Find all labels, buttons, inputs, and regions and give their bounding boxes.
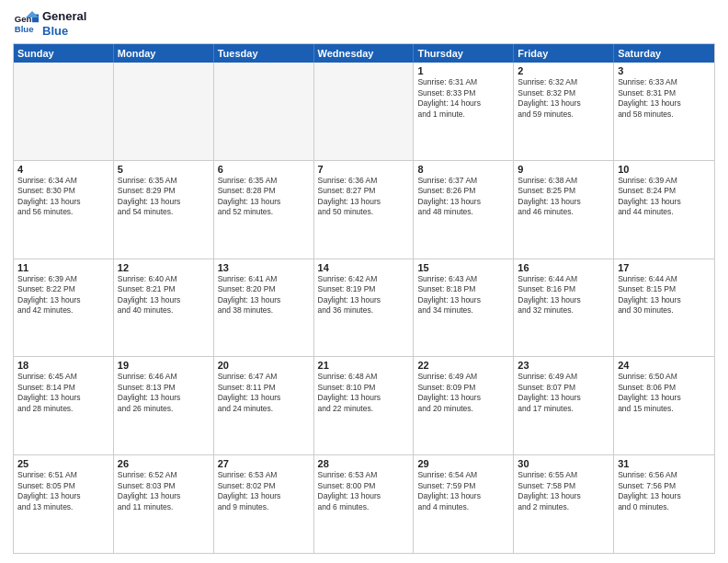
cal-cell: 22Sunrise: 6:49 AMSunset: 8:09 PMDayligh… bbox=[414, 357, 514, 454]
page: General Blue General Blue SundayMondayTu… bbox=[0, 0, 728, 563]
day-number: 27 bbox=[218, 458, 310, 469]
cal-cell: 16Sunrise: 6:44 AMSunset: 8:16 PMDayligh… bbox=[514, 259, 614, 357]
cal-cell: 8Sunrise: 6:37 AMSunset: 8:26 PMDaylight… bbox=[414, 161, 514, 259]
day-number: 21 bbox=[318, 360, 410, 371]
cal-cell: 2Sunrise: 6:32 AMSunset: 8:32 PMDaylight… bbox=[514, 63, 614, 160]
day-number: 14 bbox=[318, 262, 410, 273]
cell-detail: Sunrise: 6:39 AMSunset: 8:24 PMDaylight:… bbox=[618, 176, 711, 218]
cell-detail: Sunrise: 6:53 AMSunset: 8:00 PMDaylight:… bbox=[318, 470, 410, 512]
cal-cell: 4Sunrise: 6:34 AMSunset: 8:30 PMDaylight… bbox=[14, 161, 114, 259]
day-header-tuesday: Tuesday bbox=[214, 44, 314, 63]
cell-detail: Sunrise: 6:51 AMSunset: 8:05 PMDaylight:… bbox=[17, 470, 109, 512]
day-header-thursday: Thursday bbox=[414, 44, 514, 63]
cell-detail: Sunrise: 6:54 AMSunset: 7:59 PMDaylight:… bbox=[417, 470, 509, 512]
header: General Blue General Blue bbox=[13, 9, 715, 38]
cell-detail: Sunrise: 6:42 AMSunset: 8:19 PMDaylight:… bbox=[318, 274, 410, 316]
day-number: 10 bbox=[618, 164, 711, 175]
day-number: 11 bbox=[17, 262, 109, 273]
day-number: 1 bbox=[417, 65, 509, 76]
day-header-wednesday: Wednesday bbox=[314, 44, 415, 63]
cell-detail: Sunrise: 6:35 AMSunset: 8:28 PMDaylight:… bbox=[218, 176, 310, 218]
cal-cell: 21Sunrise: 6:48 AMSunset: 8:10 PMDayligh… bbox=[314, 357, 415, 454]
cal-cell: 31Sunrise: 6:56 AMSunset: 7:56 PMDayligh… bbox=[614, 455, 714, 553]
cal-cell: 25Sunrise: 6:51 AMSunset: 8:05 PMDayligh… bbox=[14, 455, 114, 553]
cal-cell: 10Sunrise: 6:39 AMSunset: 8:24 PMDayligh… bbox=[614, 161, 714, 259]
cell-detail: Sunrise: 6:44 AMSunset: 8:15 PMDaylight:… bbox=[618, 274, 711, 316]
cal-cell: 24Sunrise: 6:50 AMSunset: 8:06 PMDayligh… bbox=[614, 357, 714, 454]
calendar: SundayMondayTuesdayWednesdayThursdayFrid… bbox=[13, 43, 715, 554]
cal-cell bbox=[314, 63, 415, 160]
cell-detail: Sunrise: 6:33 AMSunset: 8:31 PMDaylight:… bbox=[618, 77, 711, 120]
cell-detail: Sunrise: 6:53 AMSunset: 8:02 PMDaylight:… bbox=[218, 470, 310, 512]
svg-text:Blue: Blue bbox=[15, 23, 34, 33]
day-number: 13 bbox=[218, 262, 310, 273]
cal-cell: 5Sunrise: 6:35 AMSunset: 8:29 PMDaylight… bbox=[114, 161, 214, 259]
day-number: 16 bbox=[518, 262, 609, 273]
cell-detail: Sunrise: 6:47 AMSunset: 8:11 PMDaylight:… bbox=[218, 372, 310, 414]
cal-cell: 30Sunrise: 6:55 AMSunset: 7:58 PMDayligh… bbox=[514, 455, 614, 553]
day-number: 17 bbox=[618, 262, 711, 273]
day-header-friday: Friday bbox=[514, 44, 614, 63]
week-row-5: 25Sunrise: 6:51 AMSunset: 8:05 PMDayligh… bbox=[14, 455, 714, 553]
cal-cell: 29Sunrise: 6:54 AMSunset: 7:59 PMDayligh… bbox=[414, 455, 514, 553]
cal-cell: 26Sunrise: 6:52 AMSunset: 8:03 PMDayligh… bbox=[114, 455, 214, 553]
cell-detail: Sunrise: 6:36 AMSunset: 8:27 PMDaylight:… bbox=[318, 176, 410, 218]
cal-cell: 3Sunrise: 6:33 AMSunset: 8:31 PMDaylight… bbox=[614, 63, 714, 160]
cell-detail: Sunrise: 6:39 AMSunset: 8:22 PMDaylight:… bbox=[17, 274, 109, 316]
day-number: 8 bbox=[417, 164, 509, 175]
cell-detail: Sunrise: 6:44 AMSunset: 8:16 PMDaylight:… bbox=[518, 274, 609, 316]
cal-cell: 7Sunrise: 6:36 AMSunset: 8:27 PMDaylight… bbox=[314, 161, 415, 259]
day-number: 3 bbox=[618, 65, 711, 76]
day-number: 12 bbox=[118, 262, 210, 273]
cal-cell bbox=[14, 63, 114, 160]
cal-cell: 9Sunrise: 6:38 AMSunset: 8:25 PMDaylight… bbox=[514, 161, 614, 259]
day-number: 4 bbox=[17, 164, 109, 175]
day-number: 2 bbox=[518, 65, 609, 76]
cell-detail: Sunrise: 6:32 AMSunset: 8:32 PMDaylight:… bbox=[518, 77, 609, 120]
cal-cell bbox=[114, 63, 214, 160]
cal-cell: 13Sunrise: 6:41 AMSunset: 8:20 PMDayligh… bbox=[214, 259, 314, 357]
cal-cell: 1Sunrise: 6:31 AMSunset: 8:33 PMDaylight… bbox=[414, 63, 514, 160]
calendar-body: 1Sunrise: 6:31 AMSunset: 8:33 PMDaylight… bbox=[14, 63, 714, 553]
cal-cell: 27Sunrise: 6:53 AMSunset: 8:02 PMDayligh… bbox=[214, 455, 314, 553]
day-number: 15 bbox=[417, 262, 509, 273]
cell-detail: Sunrise: 6:38 AMSunset: 8:25 PMDaylight:… bbox=[518, 176, 609, 218]
cal-cell: 28Sunrise: 6:53 AMSunset: 8:00 PMDayligh… bbox=[314, 455, 415, 553]
cal-cell: 12Sunrise: 6:40 AMSunset: 8:21 PMDayligh… bbox=[114, 259, 214, 357]
cal-cell: 23Sunrise: 6:49 AMSunset: 8:07 PMDayligh… bbox=[514, 357, 614, 454]
day-number: 18 bbox=[17, 360, 109, 371]
day-number: 25 bbox=[17, 458, 109, 469]
day-header-saturday: Saturday bbox=[614, 44, 714, 63]
day-number: 7 bbox=[318, 164, 410, 175]
cell-detail: Sunrise: 6:40 AMSunset: 8:21 PMDaylight:… bbox=[118, 274, 210, 316]
cell-detail: Sunrise: 6:48 AMSunset: 8:10 PMDaylight:… bbox=[318, 372, 410, 414]
day-number: 30 bbox=[518, 458, 609, 469]
day-number: 19 bbox=[118, 360, 210, 371]
day-number: 23 bbox=[518, 360, 609, 371]
week-row-3: 11Sunrise: 6:39 AMSunset: 8:22 PMDayligh… bbox=[14, 259, 714, 358]
cal-cell: 17Sunrise: 6:44 AMSunset: 8:15 PMDayligh… bbox=[614, 259, 714, 357]
calendar-header: SundayMondayTuesdayWednesdayThursdayFrid… bbox=[14, 44, 714, 63]
cal-cell: 20Sunrise: 6:47 AMSunset: 8:11 PMDayligh… bbox=[214, 357, 314, 454]
cell-detail: Sunrise: 6:35 AMSunset: 8:29 PMDaylight:… bbox=[118, 176, 210, 218]
week-row-2: 4Sunrise: 6:34 AMSunset: 8:30 PMDaylight… bbox=[14, 161, 714, 259]
logo-icon: General Blue bbox=[13, 11, 39, 37]
week-row-1: 1Sunrise: 6:31 AMSunset: 8:33 PMDaylight… bbox=[14, 63, 714, 161]
day-header-sunday: Sunday bbox=[14, 44, 114, 63]
cell-detail: Sunrise: 6:56 AMSunset: 7:56 PMDaylight:… bbox=[618, 470, 711, 512]
logo: General Blue General Blue bbox=[13, 9, 86, 38]
day-number: 5 bbox=[118, 164, 210, 175]
day-number: 31 bbox=[618, 458, 711, 469]
cell-detail: Sunrise: 6:41 AMSunset: 8:20 PMDaylight:… bbox=[218, 274, 310, 316]
cell-detail: Sunrise: 6:49 AMSunset: 8:07 PMDaylight:… bbox=[518, 372, 609, 414]
day-number: 29 bbox=[417, 458, 509, 469]
cell-detail: Sunrise: 6:45 AMSunset: 8:14 PMDaylight:… bbox=[17, 372, 109, 414]
cell-detail: Sunrise: 6:50 AMSunset: 8:06 PMDaylight:… bbox=[618, 372, 711, 414]
cell-detail: Sunrise: 6:31 AMSunset: 8:33 PMDaylight:… bbox=[417, 77, 509, 120]
cal-cell: 18Sunrise: 6:45 AMSunset: 8:14 PMDayligh… bbox=[14, 357, 114, 454]
day-number: 20 bbox=[218, 360, 310, 371]
day-number: 26 bbox=[118, 458, 210, 469]
day-number: 9 bbox=[518, 164, 609, 175]
cal-cell bbox=[214, 63, 314, 160]
cell-detail: Sunrise: 6:55 AMSunset: 7:58 PMDaylight:… bbox=[518, 470, 609, 512]
